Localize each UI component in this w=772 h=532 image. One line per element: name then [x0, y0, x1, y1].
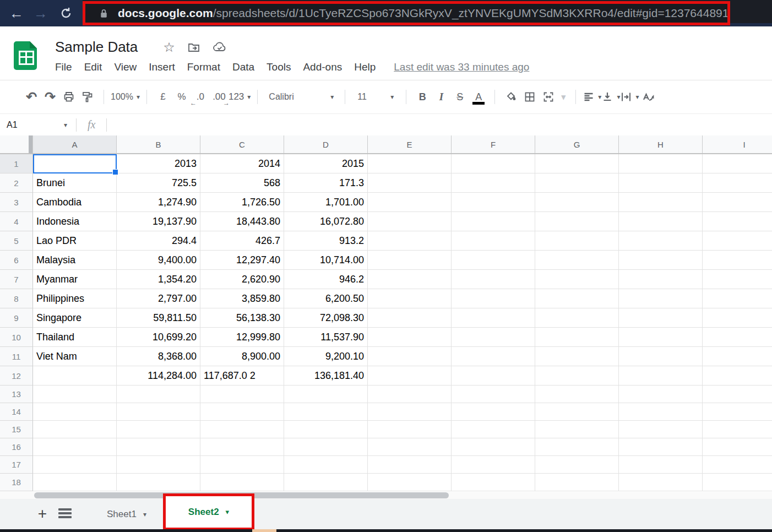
- menu-format[interactable]: Format: [181, 60, 226, 74]
- menu-view[interactable]: View: [108, 60, 143, 74]
- cell-H5[interactable]: [619, 231, 703, 251]
- cell-A7[interactable]: Myanmar: [33, 270, 117, 289]
- cell-G17[interactable]: [535, 456, 619, 474]
- horizontal-align-button[interactable]: ▾: [583, 87, 601, 107]
- cell-F6[interactable]: [452, 251, 535, 270]
- select-all-corner[interactable]: [0, 135, 33, 153]
- cell-B1[interactable]: 2013: [117, 154, 200, 173]
- cell-G10[interactable]: [535, 328, 619, 347]
- cell-I14[interactable]: [703, 403, 772, 421]
- bold-button[interactable]: B: [413, 87, 432, 107]
- cell-B13[interactable]: [117, 386, 200, 403]
- cell-I3[interactable]: [703, 193, 772, 212]
- cell-E6[interactable]: [368, 251, 452, 270]
- cell-H10[interactable]: [619, 328, 703, 347]
- formula-input[interactable]: [111, 114, 772, 135]
- cell-B18[interactable]: [117, 474, 200, 491]
- cell-D16[interactable]: [284, 438, 368, 456]
- cell-I5[interactable]: [703, 231, 772, 251]
- cell-H14[interactable]: [619, 403, 703, 421]
- cell-B3[interactable]: 1,274.90: [117, 193, 200, 212]
- menu-file[interactable]: File: [49, 60, 78, 74]
- row-header-12[interactable]: 12: [0, 366, 33, 386]
- cell-F8[interactable]: [452, 289, 535, 308]
- cell-A16[interactable]: [33, 438, 117, 456]
- cell-G12[interactable]: [535, 366, 619, 386]
- cell-C18[interactable]: [200, 474, 284, 491]
- cell-I11[interactable]: [703, 347, 772, 366]
- cell-F9[interactable]: [452, 308, 535, 328]
- cell-E11[interactable]: [368, 347, 452, 366]
- fill-color-button[interactable]: [502, 87, 520, 107]
- row-header-9[interactable]: 9: [0, 308, 33, 328]
- cell-I13[interactable]: [703, 386, 772, 403]
- cell-A2[interactable]: Brunei: [33, 173, 117, 193]
- cell-F14[interactable]: [452, 403, 535, 421]
- cell-A15[interactable]: [33, 421, 117, 438]
- more-formats-button[interactable]: 123▾: [229, 87, 251, 107]
- italic-button[interactable]: I: [432, 87, 450, 107]
- cell-D15[interactable]: [284, 421, 368, 438]
- cell-D6[interactable]: 10,714.00: [284, 251, 368, 270]
- cell-G13[interactable]: [535, 386, 619, 403]
- column-header-F[interactable]: F: [452, 135, 535, 153]
- cell-G11[interactable]: [535, 347, 619, 366]
- cell-I7[interactable]: [703, 270, 772, 289]
- cell-I2[interactable]: [703, 173, 772, 193]
- cell-E17[interactable]: [368, 456, 452, 474]
- row-header-10[interactable]: 10: [0, 328, 33, 347]
- cell-C6[interactable]: 12,297.40: [200, 251, 284, 270]
- row-header-13[interactable]: 13: [0, 386, 33, 403]
- horizontal-scrollbar[interactable]: [0, 492, 772, 499]
- cell-C5[interactable]: 426.7: [200, 231, 284, 251]
- cell-I17[interactable]: [703, 456, 772, 474]
- cell-H13[interactable]: [619, 386, 703, 403]
- cell-A10[interactable]: Thailand: [33, 328, 117, 347]
- cell-F17[interactable]: [452, 456, 535, 474]
- cell-C2[interactable]: 568: [200, 173, 284, 193]
- cell-I12[interactable]: [703, 366, 772, 386]
- menu-insert[interactable]: Insert: [143, 60, 181, 74]
- cell-D3[interactable]: 1,701.00: [284, 193, 368, 212]
- cell-A8[interactable]: Philippines: [33, 289, 117, 308]
- menu-edit[interactable]: Edit: [78, 60, 108, 74]
- cell-B11[interactable]: 8,368.00: [117, 347, 200, 366]
- row-header-18[interactable]: 18: [0, 474, 33, 491]
- chevron-down-icon[interactable]: ▾: [226, 508, 230, 516]
- cell-D8[interactable]: 6,200.50: [284, 289, 368, 308]
- cell-F3[interactable]: [452, 193, 535, 212]
- cell-D18[interactable]: [284, 474, 368, 491]
- column-header-H[interactable]: H: [619, 135, 703, 153]
- text-rotation-button[interactable]: [639, 87, 657, 107]
- cell-G6[interactable]: [535, 251, 619, 270]
- cell-G4[interactable]: [535, 212, 619, 231]
- column-header-C[interactable]: C: [200, 135, 284, 153]
- cell-I6[interactable]: [703, 251, 772, 270]
- cell-C7[interactable]: 2,620.90: [200, 270, 284, 289]
- increase-decimal-button[interactable]: .00→: [210, 87, 229, 107]
- cell-E2[interactable]: [368, 173, 452, 193]
- cell-G8[interactable]: [535, 289, 619, 308]
- cell-F12[interactable]: [452, 366, 535, 386]
- cell-F15[interactable]: [452, 421, 535, 438]
- cell-B17[interactable]: [117, 456, 200, 474]
- row-header-3[interactable]: 3: [0, 193, 33, 212]
- cell-I4[interactable]: [703, 212, 772, 231]
- cell-H9[interactable]: [619, 308, 703, 328]
- cell-E10[interactable]: [368, 328, 452, 347]
- cell-H16[interactable]: [619, 438, 703, 456]
- cell-H2[interactable]: [619, 173, 703, 193]
- cell-E12[interactable]: [368, 366, 452, 386]
- cloud-saved-icon[interactable]: [213, 41, 227, 54]
- cell-E7[interactable]: [368, 270, 452, 289]
- tab-sheet2-highlight-box[interactable]: Sheet2 ▾: [163, 493, 254, 530]
- cell-E14[interactable]: [368, 403, 452, 421]
- cell-B6[interactable]: 9,400.00: [117, 251, 200, 270]
- cell-G16[interactable]: [535, 438, 619, 456]
- strikethrough-button[interactable]: S: [450, 87, 469, 107]
- cell-C4[interactable]: 18,443.80: [200, 212, 284, 231]
- sheets-logo[interactable]: [14, 41, 37, 70]
- print-icon[interactable]: [59, 87, 78, 107]
- row-header-16[interactable]: 16: [0, 438, 33, 456]
- cell-D14[interactable]: [284, 403, 368, 421]
